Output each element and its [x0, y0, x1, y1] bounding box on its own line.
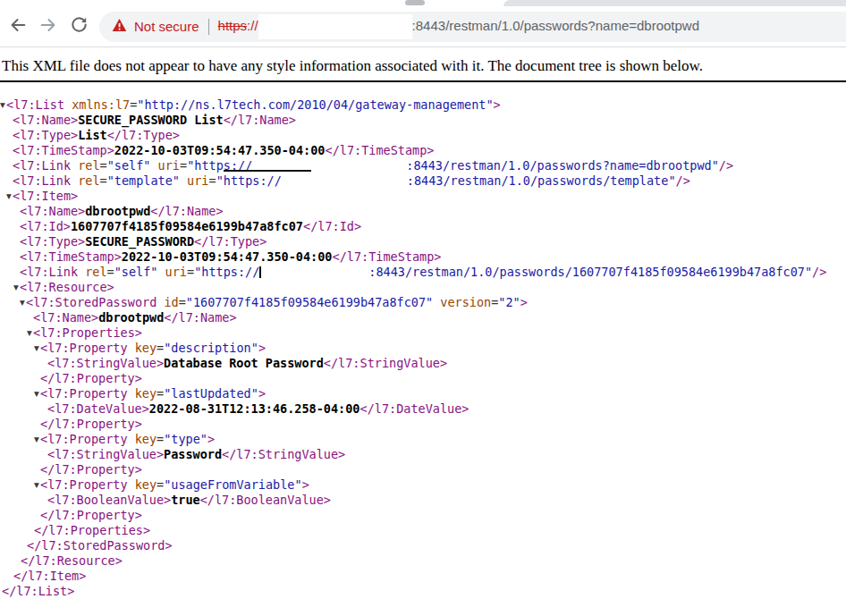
xml-attr: uri — [150, 158, 180, 173]
collapse-toggle-icon[interactable]: ▼ — [0, 97, 6, 113]
xml-tag: /> — [719, 158, 733, 173]
not-secure-label: Not secure — [134, 19, 199, 34]
xml-text: Database Root Password — [164, 356, 324, 370]
xml-line: ▼<l7:StoredPassword id="1607707f4185f095… — [0, 295, 846, 310]
xml-tag: </l7:Name> — [164, 310, 236, 325]
xml-text: 2022-10-03T09:54:47.350-04:00 — [114, 143, 326, 157]
xml-tag: </l7:Type> — [194, 234, 266, 249]
xml-punct: = — [100, 158, 107, 173]
redaction-artifact — [224, 170, 311, 172]
xml-line: <l7:TimeStamp>2022-10-03T09:54:47.350-04… — [0, 143, 846, 158]
xml-line: </l7:Property> — [0, 508, 846, 523]
xml-tag: <l7:Type> — [13, 128, 78, 142]
xml-tag: <l7:Property — [40, 432, 128, 446]
xml-line: ▼<l7:Property key="lastUpdated"> — [0, 386, 846, 401]
xml-line: ▼<l7:Property key="usageFromVariable"> — [0, 477, 846, 493]
xml-val: "self" — [107, 158, 151, 173]
xml-tag: </l7:Name> — [150, 204, 223, 218]
collapse-toggle-icon[interactable]: ▼ — [6, 189, 13, 204]
xml-tag: </l7:StoredPassword> — [27, 538, 173, 553]
xml-tag: <l7:StoredPassword — [26, 295, 157, 309]
xml-punct: = — [187, 265, 194, 279]
xml-line: ▼<l7:Property key="type"> — [0, 432, 846, 447]
forward-button[interactable] — [33, 12, 63, 42]
xml-tag: <l7:BooleanValue> — [47, 493, 171, 507]
xml-val: "lastUpdated" — [164, 386, 258, 401]
xml-line: ▼<l7:Properties> — [0, 325, 846, 341]
collapse-toggle-icon[interactable]: ▼ — [34, 341, 40, 356]
collapse-toggle-icon[interactable]: ▼ — [34, 386, 40, 401]
xml-line: <l7:DateValue>2022-08-31T12:13:46.258-04… — [0, 401, 846, 417]
browser-toolbar: Not secure https://:8443/restman/1.0/pas… — [0, 6, 846, 47]
collapse-toggle-icon[interactable]: ▼ — [34, 432, 40, 447]
xml-tag: <l7:Item> — [13, 189, 78, 203]
xml-line: </l7:Property> — [0, 371, 846, 386]
xml-tag: > — [494, 97, 501, 112]
xml-tag: </l7:StringValue> — [324, 356, 447, 370]
collapse-toggle-icon[interactable]: ▼ — [27, 325, 33, 341]
xml-line: </l7:Resource> — [0, 553, 846, 569]
xml-tag: <l7:TimeStamp> — [13, 143, 114, 157]
xml-text: Password — [164, 447, 222, 461]
back-button[interactable] — [3, 12, 33, 42]
xml-tag: <l7:Name> — [13, 113, 78, 127]
xml-line: </l7:StoredPassword> — [0, 538, 846, 553]
xml-line: <l7:Type>List</l7:Type> — [0, 128, 846, 143]
xml-attr: key — [128, 386, 157, 401]
warning-triangle-icon — [112, 18, 127, 36]
collapse-toggle-icon[interactable]: ▼ — [13, 280, 20, 295]
xml-attr: key — [128, 477, 157, 492]
xml-tag: <l7:Property — [40, 386, 128, 401]
xml-text: dbrootpwd — [98, 310, 164, 325]
address-bar[interactable]: Not secure https://:8443/restman/1.0/pas… — [99, 12, 846, 42]
xml-attr: version — [433, 295, 491, 309]
xml-tag: </l7:TimeStamp> — [326, 143, 435, 157]
xml-tag: > — [302, 477, 309, 492]
xml-tag: <l7:DateValue> — [47, 401, 149, 416]
back-arrow-icon — [8, 15, 28, 38]
xml-tag: </l7:Name> — [224, 113, 296, 127]
xml-tag: </l7:DateValue> — [360, 401, 470, 416]
collapse-toggle-icon[interactable]: ▼ — [34, 477, 40, 493]
xml-attr: rel — [78, 265, 107, 279]
xml-punct: = — [180, 158, 187, 173]
redacted-host — [258, 14, 412, 39]
xml-tag: </l7:Properties> — [34, 523, 150, 537]
xml-tag: </l7:BooleanValue> — [200, 493, 331, 507]
xml-val: "https:// — [216, 173, 282, 188]
xml-tag: </l7:StringValue> — [222, 447, 345, 461]
xml-line: </l7:Properties> — [0, 523, 846, 538]
xml-tag: </l7:List> — [2, 584, 74, 598]
xml-tree: ▼<l7:List xmlns:l7="http://ns.l7tech.com… — [0, 97, 846, 599]
xml-val: "usageFromVariable" — [164, 477, 301, 492]
xml-line: <l7:Link rel="self" uri="https://:8443/r… — [0, 158, 846, 173]
xml-tag: > — [258, 386, 266, 401]
xml-text: true — [171, 493, 200, 507]
xml-line: </l7:List> — [0, 584, 846, 599]
collapse-toggle-icon[interactable]: ▼ — [20, 295, 26, 310]
tab-strip-remnant — [503, 0, 846, 6]
url-scheme: https — [218, 17, 248, 32]
not-secure-badge[interactable]: Not secure — [112, 18, 199, 36]
xml-tag: </l7:Property> — [40, 417, 142, 431]
url-scheme-separator: :// — [247, 17, 258, 32]
reload-button[interactable] — [63, 12, 94, 42]
xml-line: <l7:StringValue>Database Root Password</… — [0, 356, 846, 371]
xml-text: 2022-08-31T12:13:46.258-04:00 — [149, 401, 360, 416]
xml-val: :8443/restman/1.0/passwords/1607707f4185… — [368, 265, 812, 279]
xml-line: ▼<l7:Property key="description"> — [0, 341, 846, 356]
xml-tag: <l7:Name> — [20, 204, 85, 218]
xml-punct: = — [157, 477, 164, 492]
xml-text: dbrootpwd — [85, 204, 150, 218]
xml-tag: > — [520, 295, 528, 309]
xml-line: <l7:BooleanValue>true</l7:BooleanValue> — [0, 493, 846, 508]
browser-window: Not secure https://:8443/restman/1.0/pas… — [0, 0, 846, 616]
xml-text: 2022-10-03T09:54:47.350-04:00 — [122, 249, 333, 264]
xml-tag: </l7:Id> — [303, 219, 361, 233]
xml-punct: = — [157, 341, 164, 355]
xml-line: <l7:TimeStamp>2022-10-03T09:54:47.350-04… — [0, 249, 846, 265]
xml-val: "self" — [114, 265, 158, 279]
xml-val: :8443/restman/1.0/passwords?name=dbrootp… — [406, 158, 719, 173]
xml-tag: </l7:Resource> — [21, 553, 123, 568]
xml-tag: <l7:Link — [13, 173, 71, 188]
